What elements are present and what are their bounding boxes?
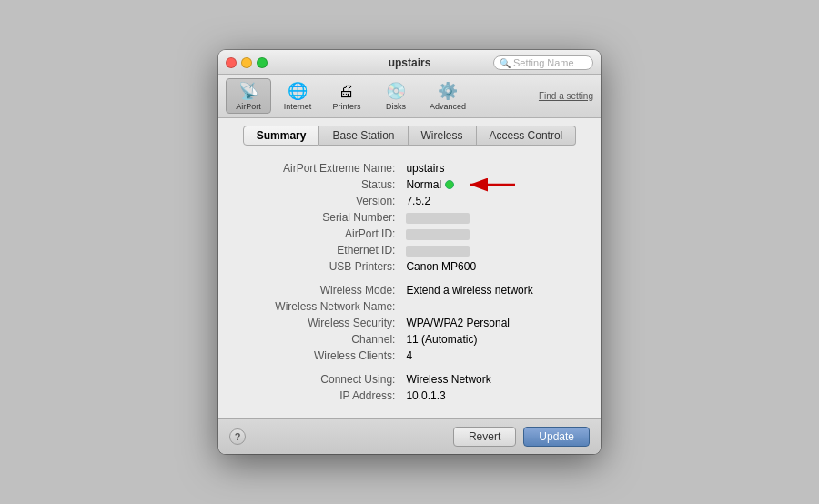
field-wireless-name: Wireless Network Name: xyxy=(237,298,582,315)
value-wireless-mode: Extend a wireless network xyxy=(402,282,582,298)
label-wireless-name: Wireless Network Name: xyxy=(237,298,402,315)
minimize-button[interactable] xyxy=(241,57,252,68)
serial-redacted xyxy=(406,213,470,224)
help-button[interactable]: ? xyxy=(229,428,246,445)
bottom-bar: ? Revert Update xyxy=(218,418,601,454)
maximize-button[interactable] xyxy=(257,57,268,68)
label-usb-printers: USB Printers: xyxy=(237,258,402,275)
field-status: Status: Normal xyxy=(237,176,582,193)
advanced-icon: ⚙️ xyxy=(438,81,458,101)
label-ethernet-id: Ethernet ID: xyxy=(237,242,402,258)
printers-icon: 🖨 xyxy=(339,82,355,101)
value-status: Normal xyxy=(402,176,582,193)
value-wireless-clients: 4 xyxy=(402,348,582,364)
toolbar-item-advanced[interactable]: ⚙️ Advanced xyxy=(422,79,473,113)
toolbar-item-internet[interactable]: 🌐 Internet xyxy=(275,79,320,113)
search-icon: 🔍 xyxy=(500,58,511,68)
airport-icon: 📡 xyxy=(238,81,258,101)
value-wireless-name xyxy=(402,298,582,315)
spacer-1 xyxy=(237,275,582,282)
label-channel: Channel: xyxy=(237,331,402,348)
close-button[interactable] xyxy=(226,57,237,68)
spacer-2 xyxy=(237,364,582,371)
label-wireless-security: Wireless Security: xyxy=(237,315,402,331)
find-setting-link[interactable]: Find a setting xyxy=(539,91,593,101)
field-wireless-mode: Wireless Mode: Extend a wireless network xyxy=(237,282,582,298)
label-serial: Serial Number: xyxy=(237,209,402,226)
airport-id-redacted xyxy=(406,229,470,240)
revert-button[interactable]: Revert xyxy=(453,427,516,447)
label-airport-id: AirPort ID: xyxy=(237,226,402,242)
field-wireless-clients: Wireless Clients: 4 xyxy=(237,348,582,364)
label-connect-using: Connect Using: xyxy=(237,371,402,388)
toolbar-label-printers: Printers xyxy=(332,102,360,111)
field-version: Version: 7.5.2 xyxy=(237,193,582,209)
field-connect-using: Connect Using: Wireless Network xyxy=(237,371,582,388)
status-indicator xyxy=(445,180,454,189)
value-airport-id xyxy=(402,226,582,242)
toolbar-label-internet: Internet xyxy=(284,102,312,111)
label-version: Version: xyxy=(237,193,402,209)
title-bar: upstairs 🔍 Setting Name xyxy=(218,50,601,75)
window-title: upstairs xyxy=(389,56,431,69)
info-table: AirPort Extreme Name: upstairs Status: N… xyxy=(237,160,582,404)
bottom-buttons: Revert Update xyxy=(453,427,590,447)
toolbar: 📡 AirPort 🌐 Internet 🖨 Printers 💿 Disks … xyxy=(218,75,601,118)
field-usb-printers: USB Printers: Canon MP600 xyxy=(237,258,582,275)
value-usb-printers: Canon MP600 xyxy=(402,258,582,275)
toolbar-label-advanced: Advanced xyxy=(430,102,466,111)
internet-icon: 🌐 xyxy=(288,81,308,101)
toolbar-item-airport[interactable]: 📡 AirPort xyxy=(226,78,271,114)
value-version: 7.5.2 xyxy=(402,193,582,209)
toolbar-item-disks[interactable]: 💿 Disks xyxy=(373,79,419,113)
tab-access-control[interactable]: Access Control xyxy=(477,126,577,146)
label-status: Status: xyxy=(237,176,402,193)
tab-wireless[interactable]: Wireless xyxy=(409,126,477,146)
label-airport-name: AirPort Extreme Name: xyxy=(237,160,402,176)
value-channel: 11 (Automatic) xyxy=(402,331,582,348)
search-placeholder: Setting Name xyxy=(513,57,574,68)
search-box[interactable]: 🔍 Setting Name xyxy=(493,55,593,70)
tabs: Summary Base Station Wireless Access Con… xyxy=(218,118,601,146)
value-ip-address: 10.0.1.3 xyxy=(402,388,582,404)
label-wireless-clients: Wireless Clients: xyxy=(237,348,402,364)
field-serial: Serial Number: xyxy=(237,209,582,226)
tab-base-station[interactable]: Base Station xyxy=(319,126,408,146)
field-wireless-security: Wireless Security: WPA/WPA2 Personal xyxy=(237,315,582,331)
label-wireless-mode: Wireless Mode: xyxy=(237,282,402,298)
toolbar-label-airport: AirPort xyxy=(236,102,261,111)
content-area: AirPort Extreme Name: upstairs Status: N… xyxy=(218,146,601,418)
field-ip-address: IP Address: 10.0.1.3 xyxy=(237,388,582,404)
toolbar-label-disks: Disks xyxy=(386,102,406,111)
field-airport-id: AirPort ID: xyxy=(237,226,582,242)
status-text: Normal xyxy=(406,178,441,191)
tab-summary[interactable]: Summary xyxy=(243,126,320,146)
label-ip-address: IP Address: xyxy=(237,388,402,404)
toolbar-item-printers[interactable]: 🖨 Printers xyxy=(324,80,369,113)
value-ethernet-id xyxy=(402,242,582,258)
value-wireless-security: WPA/WPA2 Personal xyxy=(402,315,582,331)
value-serial xyxy=(402,209,582,226)
field-channel: Channel: 11 (Automatic) xyxy=(237,331,582,348)
ethernet-id-redacted xyxy=(406,246,470,257)
field-airport-name: AirPort Extreme Name: upstairs xyxy=(237,160,582,176)
update-button[interactable]: Update xyxy=(523,427,590,447)
airport-utility-window: upstairs 🔍 Setting Name 📡 AirPort 🌐 Inte… xyxy=(218,50,601,454)
traffic-lights xyxy=(226,57,268,68)
disks-icon: 💿 xyxy=(386,81,406,101)
field-ethernet-id: Ethernet ID: xyxy=(237,242,582,258)
value-airport-name: upstairs xyxy=(402,160,582,176)
value-connect-using: Wireless Network xyxy=(402,371,582,388)
